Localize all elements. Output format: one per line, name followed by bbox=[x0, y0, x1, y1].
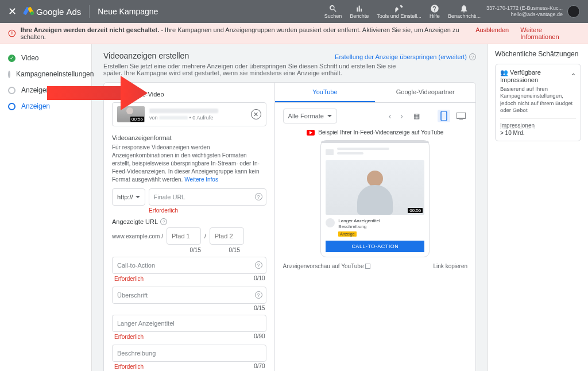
long-headline-counter: 0/90 bbox=[254, 333, 265, 341]
caret-down-icon bbox=[327, 115, 332, 119]
main-heading: Videoanzeigen erstellen bbox=[103, 51, 189, 60]
skip-link[interactable]: Erstellung der Anzeige überspringen (erw… bbox=[335, 51, 476, 63]
copy-link[interactable]: Link kopieren bbox=[434, 263, 467, 269]
phone-preview: 00:56 Langer Anzeigentitel Beschreibung … bbox=[320, 140, 430, 257]
path2-counter: 0/15 bbox=[206, 247, 240, 253]
description-input[interactable]: Beschreibung bbox=[112, 345, 266, 362]
display-url-prefix: www.example.com / bbox=[112, 233, 163, 239]
alert-text: Ihre Anzeigen werden derzeit nicht gesch… bbox=[21, 26, 475, 40]
close-icon[interactable]: ✕ bbox=[8, 5, 17, 18]
impressions-label: Impressionen bbox=[500, 122, 535, 129]
tab-youtube[interactable]: YouTube bbox=[275, 83, 376, 102]
top-tools: Suchen Berichte Tools und Einstell... Hi… bbox=[324, 4, 481, 19]
prev-button[interactable]: ‹ bbox=[386, 109, 394, 123]
estimates-box-title: Verfügbare Impressionen bbox=[500, 69, 541, 83]
collapse-icon[interactable]: ⌃ bbox=[571, 72, 576, 80]
help-tool[interactable]: Hilfe bbox=[430, 4, 440, 19]
preview-title: Langer Anzeigentitel bbox=[338, 218, 380, 224]
avatar[interactable] bbox=[567, 5, 580, 18]
cta-counter: 0/10 bbox=[254, 275, 265, 283]
topbar: ✕ Google Ads Neue Kampagne Suchen Berich… bbox=[0, 0, 588, 23]
impressions-value: > 10 Mrd. bbox=[500, 130, 576, 136]
preview-sub: Beschreibung bbox=[338, 224, 380, 230]
display-url-label: Angezeigte URL bbox=[112, 218, 158, 225]
ads-logo-icon bbox=[25, 7, 34, 16]
help-icon[interactable]: ? bbox=[255, 291, 262, 299]
preview-duration: 00:56 bbox=[408, 208, 423, 213]
reports-icon bbox=[355, 4, 364, 13]
remove-video-icon[interactable]: ✕ bbox=[251, 109, 261, 119]
preview-cta-button: CALL-TO-ACTION bbox=[326, 241, 424, 252]
search-tool[interactable]: Suchen bbox=[324, 4, 342, 19]
preview-tabs: YouTube Google-Videopartner bbox=[275, 83, 475, 103]
video-title-blurred bbox=[149, 109, 218, 113]
view-desktop-icon[interactable] bbox=[455, 110, 467, 122]
step-icon bbox=[8, 103, 16, 110]
caret-down-icon bbox=[136, 196, 140, 200]
alert-bar: Ihre Anzeigen werden derzeit nicht gesch… bbox=[0, 23, 588, 44]
svg-rect-2 bbox=[457, 113, 466, 118]
cta-input[interactable]: Call-to-Action ? bbox=[112, 257, 266, 274]
sidebar-item-video[interactable]: ✓ Video bbox=[0, 50, 91, 66]
video-section-title: Ihr YouTube-Video bbox=[112, 91, 266, 98]
ad-form: Ihr YouTube-Video 00:56 von • 0 Aufrufe bbox=[104, 83, 275, 371]
main-subhead: Erstellen Sie jetzt eine oder mehrere An… bbox=[103, 63, 402, 76]
main-content: Videoanzeigen erstellen Erstellung der A… bbox=[92, 44, 488, 371]
long-headline-input[interactable]: Langer Anzeigentitel bbox=[112, 315, 266, 332]
divider bbox=[89, 5, 90, 18]
video-duration: 00:56 bbox=[130, 117, 144, 122]
headline-counter: 0/15 bbox=[112, 305, 265, 311]
help-icon[interactable]: ? bbox=[160, 218, 167, 225]
product-name: Google bbox=[36, 7, 64, 17]
account-info[interactable]: 337-170-1772 (E-Business-Kuc... hello@ad… bbox=[486, 5, 563, 18]
step-icon bbox=[8, 71, 10, 78]
description-error: Erforderlich bbox=[114, 364, 144, 370]
step-icon bbox=[8, 87, 16, 94]
selected-video: 00:56 von • 0 Aufrufe ✕ bbox=[112, 102, 266, 126]
video-meta: von • 0 Aufrufe bbox=[149, 115, 246, 121]
page-title: Neue Kampagne bbox=[98, 7, 158, 16]
help-icon[interactable]: ? bbox=[255, 261, 262, 269]
help-icon[interactable]: ? bbox=[469, 53, 476, 60]
search-icon bbox=[328, 4, 338, 13]
channel-avatar-icon bbox=[326, 218, 335, 227]
ad-badge: Anzeige bbox=[338, 231, 356, 237]
sidebar-item-ads[interactable]: Anzeigen bbox=[0, 98, 91, 114]
path1-input[interactable] bbox=[167, 227, 201, 245]
estimates-panel: Wöchentliche Schätzungen 👥 Verfügbare Im… bbox=[488, 44, 588, 371]
estimates-sub: Basierend auf Ihren Kampagneneinstellung… bbox=[500, 86, 576, 114]
wizard-sidebar: ✓ Video Kampagneneinstellungen Anzeigeng… bbox=[0, 44, 92, 371]
format-title: Videoanzeigenformat bbox=[112, 134, 266, 141]
cta-error: Erforderlich bbox=[114, 276, 144, 282]
reports-tool[interactable]: Berichte bbox=[350, 4, 369, 19]
description-counter: 0/70 bbox=[254, 363, 265, 371]
format-more-link[interactable]: Weitere Infos bbox=[184, 176, 218, 183]
sidebar-item-campaign-settings[interactable]: Kampagneneinstellungen bbox=[0, 66, 91, 82]
wrench-icon bbox=[394, 4, 404, 13]
help-icon[interactable]: ? bbox=[255, 193, 262, 200]
external-link-icon bbox=[365, 264, 370, 269]
alert-more[interactable]: Weitere Informationen bbox=[520, 26, 580, 40]
notifications-tool[interactable]: Benachrichti... bbox=[448, 4, 481, 19]
final-url-input[interactable]: Finale URL ? bbox=[149, 188, 266, 206]
preview-on-youtube-link[interactable]: Anzeigenvorschau auf YouTube bbox=[283, 263, 371, 269]
preview-thumbnail: 00:56 bbox=[326, 160, 424, 215]
path2-input[interactable] bbox=[210, 227, 244, 245]
alert-hide[interactable]: Ausblenden bbox=[475, 26, 509, 40]
view-grid-icon[interactable]: ▦ bbox=[410, 110, 423, 122]
product-logo: Google Ads bbox=[25, 7, 81, 17]
protocol-dropdown[interactable]: http:// bbox=[112, 188, 145, 206]
error-icon bbox=[8, 29, 16, 37]
tools-tool[interactable]: Tools und Einstell... bbox=[377, 4, 421, 19]
headline-input[interactable]: Überschrift ? bbox=[112, 287, 266, 304]
sidebar-item-adgroup[interactable]: Anzeigengruppe bbox=[0, 82, 91, 98]
format-desc: Für responsive Videoanzeigen werden Anze… bbox=[112, 144, 266, 184]
help-icon bbox=[430, 4, 439, 13]
long-headline-error: Erforderlich bbox=[114, 334, 144, 340]
next-button[interactable]: › bbox=[398, 109, 405, 123]
final-url-error: Erforderlich bbox=[149, 207, 266, 214]
video-thumbnail[interactable]: 00:56 bbox=[117, 106, 145, 122]
format-dropdown[interactable]: Alle Formate bbox=[283, 109, 337, 123]
tab-gvp[interactable]: Google-Videopartner bbox=[375, 83, 475, 102]
view-mobile-icon[interactable] bbox=[438, 110, 450, 122]
